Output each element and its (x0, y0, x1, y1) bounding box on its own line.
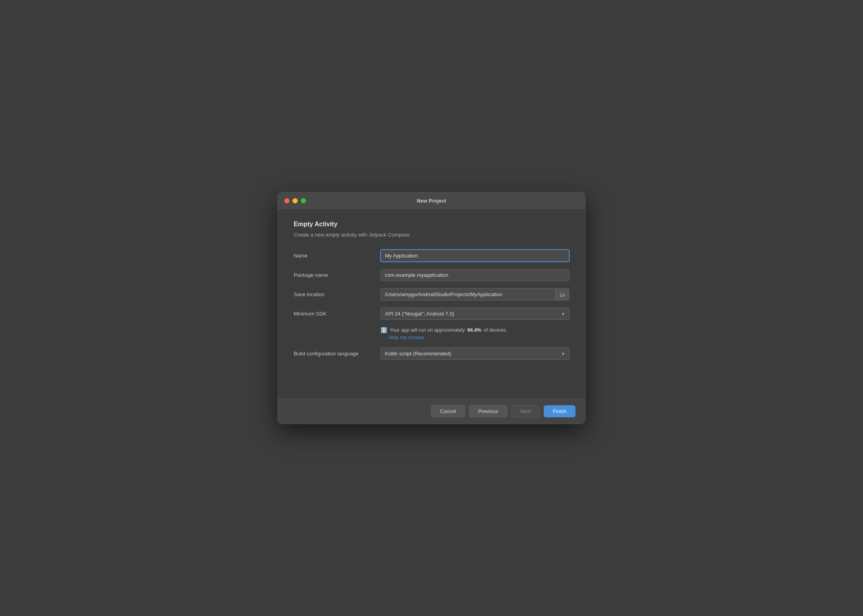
package-input[interactable] (381, 269, 569, 281)
name-row: Name (294, 250, 569, 262)
build-config-row: Build configuration language Kotlin scri… (294, 347, 569, 360)
name-input[interactable] (381, 250, 569, 262)
save-location-label: Save location (294, 291, 381, 297)
name-label: Name (294, 253, 381, 259)
sdk-info-row: ℹ️ Your app will run on approximately 94… (381, 327, 569, 340)
folder-icon: 🗂 (559, 291, 565, 298)
browse-folder-button[interactable]: 🗂 (555, 289, 569, 300)
minimum-sdk-select[interactable]: API 24 ("Nougat"; Android 7.0) API 21 ("… (381, 308, 569, 320)
maximize-button[interactable] (301, 198, 306, 203)
device-coverage-info: ℹ️ Your app will run on approximately 94… (381, 327, 569, 333)
section-description: Create a new empty activity with Jetpack… (294, 232, 569, 238)
build-config-wrapper: Kotlin script (Recommended) Groovy DSL ▼ (381, 347, 569, 360)
info-percentage: 94.4% (467, 327, 481, 333)
help-me-choose-link[interactable]: Help me choose (388, 335, 569, 340)
package-label: Package name (294, 272, 381, 278)
minimum-sdk-row: Minimum SDK API 24 ("Nougat"; Android 7.… (294, 308, 569, 320)
close-button[interactable] (284, 198, 289, 203)
package-row: Package name (294, 269, 569, 281)
minimum-sdk-label: Minimum SDK (294, 311, 381, 317)
info-icon: ℹ️ (381, 327, 387, 333)
info-prefix: Your app will run on approximately (390, 327, 465, 333)
info-suffix: of devices. (484, 327, 507, 333)
title-bar: New Project (278, 192, 585, 209)
dialog-content: Empty Activity Create a new empty activi… (278, 209, 585, 375)
minimum-sdk-wrapper: API 24 ("Nougat"; Android 7.0) API 21 ("… (381, 308, 569, 320)
cancel-button[interactable]: Cancel (431, 405, 465, 417)
minimize-button[interactable] (293, 198, 298, 203)
save-location-input[interactable] (381, 289, 555, 300)
section-title: Empty Activity (294, 221, 569, 228)
finish-button[interactable]: Finish (544, 405, 576, 417)
new-project-window: New Project Empty Activity Create a new … (278, 192, 585, 424)
previous-button[interactable]: Previous (469, 405, 507, 417)
traffic-lights (284, 198, 306, 203)
dialog-footer: Cancel Previous Next Finish (278, 398, 585, 424)
build-config-label: Build configuration language (294, 351, 381, 357)
window-title: New Project (417, 198, 446, 204)
next-button: Next (511, 405, 540, 417)
build-config-select[interactable]: Kotlin script (Recommended) Groovy DSL (381, 347, 569, 360)
save-location-row: Save location 🗂 (294, 288, 569, 300)
save-location-field: 🗂 (381, 288, 569, 300)
